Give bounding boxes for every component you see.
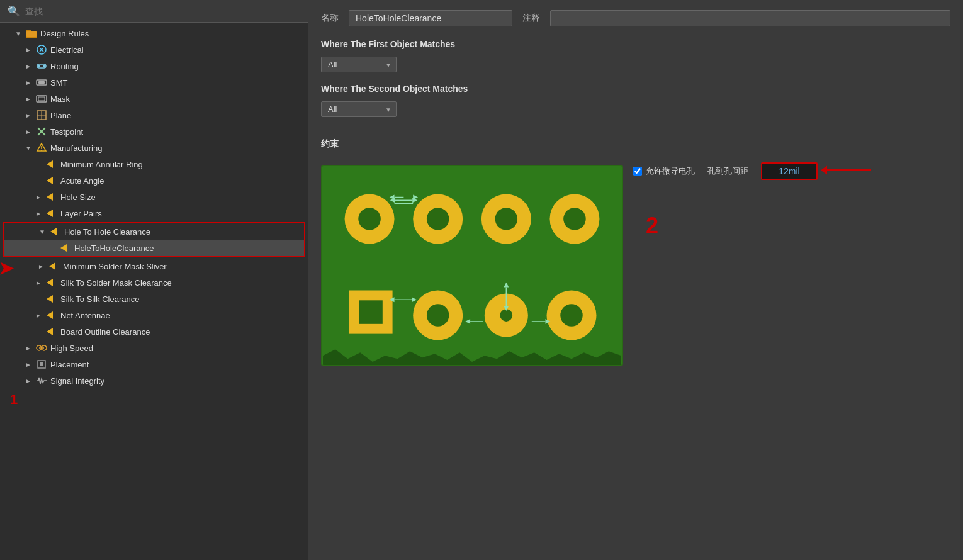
chevron-icon: ► [35, 194, 45, 201]
hole-to-hole-rule-label: HoleToHoleClearance [74, 244, 154, 253]
svg-marker-29 [47, 328, 53, 335]
mask-label: Mask [50, 94, 70, 104]
constraint-title: 约束 [321, 138, 950, 150]
svg-rect-10 [38, 97, 45, 101]
tree-item-acute-angle[interactable]: ► Acute Angle [0, 172, 308, 189]
min-solder-mask-label: Minimum Solder Mask Sliver [63, 262, 167, 271]
chevron-icon: ► [25, 96, 35, 103]
svg-rect-34 [40, 362, 43, 366]
svg-marker-23 [50, 228, 57, 235]
constraint-row: 允许微导电孔 孔到孔间距 [321, 160, 950, 366]
tree-item-min-annular[interactable]: ► Minimum Annular Ring [0, 156, 308, 172]
arrow-annotation-1: ➤ ► Minimum Solder Mask Sliver [0, 258, 308, 274]
placement-label: Placement [50, 360, 89, 369]
rule-icon [45, 174, 58, 187]
second-match-dropdown-container: All [321, 101, 950, 117]
annotation-1-number: 1 [10, 391, 18, 407]
rule-name-input[interactable] [349, 10, 512, 26]
testpoint-icon [35, 125, 48, 138]
first-match-section: Where The First Object Matches All [321, 39, 950, 72]
tree-item-testpoint[interactable]: ► Testpoint [0, 123, 308, 140]
second-match-select[interactable]: All [321, 101, 397, 117]
tree-item-signal-integrity[interactable]: ► Signal Integrity [0, 372, 308, 389]
clearance-label: 孔到孔间距 [707, 165, 748, 177]
mask-icon [35, 92, 48, 105]
tree-item-electrical[interactable]: ► Electrical [0, 42, 308, 58]
tree-item-layer-pairs[interactable]: ► Layer Pairs [0, 205, 308, 221]
tree-item-net-antennae[interactable]: ► Net Antennae [0, 307, 308, 323]
chevron-icon: ► [25, 47, 35, 53]
comment-label: 注释 [522, 13, 540, 24]
red-arrow-1-icon: ➤ [0, 258, 13, 279]
svg-point-40 [495, 208, 518, 230]
svg-point-42 [563, 208, 586, 230]
svg-rect-51 [359, 300, 383, 324]
rule-icon [59, 242, 72, 254]
tree-item-high-speed[interactable]: ► High Speed [0, 340, 308, 356]
smt-icon [35, 76, 48, 89]
svg-marker-25 [49, 262, 55, 270]
svg-marker-26 [47, 279, 53, 286]
tree-item-manufacturing[interactable]: ▼ Manufacturing [0, 140, 308, 156]
svg-point-53 [427, 304, 449, 327]
annotation-1-container: 1 [0, 389, 308, 410]
silk-to-solder-label: Silk To Solder Mask Clearance [60, 278, 172, 288]
svg-marker-69 [821, 166, 827, 175]
chevron-icon: ▼ [39, 228, 49, 235]
first-match-dropdown-container: All [321, 57, 950, 72]
chevron-icon: ► [25, 79, 35, 86]
hole-size-label: Hole Size [60, 193, 96, 202]
first-match-select[interactable]: All [321, 57, 397, 72]
signal-integrity-icon [35, 374, 48, 387]
chevron-icon: ► [25, 361, 35, 368]
placement-icon [35, 358, 48, 371]
tree-item-design-rules[interactable]: ▼ Design Rules [0, 25, 308, 42]
svg-point-38 [427, 208, 449, 230]
second-match-dropdown-wrapper: All [321, 101, 397, 117]
plane-label: Plane [50, 111, 71, 120]
clearance-value-input[interactable] [761, 162, 818, 180]
net-antennae-label: Net Antennae [60, 311, 110, 320]
tree-item-hole-to-hole-rule[interactable]: ► HoleToHoleClearance [4, 240, 304, 256]
tree-item-hole-size[interactable]: ► Hole Size [0, 189, 308, 205]
tree-item-placement[interactable]: ► Placement [0, 356, 308, 372]
svg-marker-21 [47, 193, 53, 201]
tree-item-plane[interactable]: ► Plane [0, 107, 308, 123]
rule-icon [48, 260, 60, 272]
annotation-2-container: 2 [633, 188, 818, 239]
silk-to-silk-label: Silk To Silk Clearance [60, 294, 139, 304]
pcb-diagram [322, 166, 622, 365]
chevron-icon: ► [35, 210, 45, 217]
rule-icon [45, 325, 58, 338]
search-bar: 🔍 [0, 0, 308, 23]
tree-item-routing[interactable]: ► Routing [0, 58, 308, 74]
tree-item-smt[interactable]: ► SMT [0, 74, 308, 91]
svg-marker-28 [47, 311, 53, 319]
tree-container: ▼ Design Rules ► [0, 23, 308, 560]
rule-header: 名称 注释 [321, 10, 950, 26]
allow-micro-checkbox[interactable] [633, 167, 642, 176]
search-icon: 🔍 [8, 5, 20, 17]
comment-input[interactable] [550, 10, 950, 26]
routing-label: Routing [50, 62, 79, 71]
tree-item-min-solder-mask[interactable]: ► Minimum Solder Mask Sliver [0, 258, 308, 274]
name-label: 名称 [321, 13, 339, 24]
svg-rect-2 [26, 31, 37, 37]
min-annular-label: Minimum Annular Ring [60, 160, 143, 169]
rule-icon [45, 191, 58, 203]
manufacturing-label: Manufacturing [50, 143, 102, 153]
svg-marker-62 [504, 283, 509, 288]
tree-item-silk-to-solder[interactable]: ► Silk To Solder Mask Clearance [0, 274, 308, 291]
red-box-group: ▼ Hole To Hole Clearance ► [3, 222, 305, 257]
svg-marker-20 [47, 177, 53, 184]
main-container: 🔍 ▼ Design Rules ► [0, 0, 963, 560]
tree-item-board-outline[interactable]: ► Board Outline Clearance [0, 323, 308, 340]
svg-marker-19 [47, 160, 53, 168]
tree-item-mask[interactable]: ► Mask [0, 91, 308, 107]
tree-item-hole-to-hole[interactable]: ▼ Hole To Hole Clearance [4, 223, 304, 240]
search-input[interactable] [25, 6, 300, 16]
second-match-section: Where The Second Object Matches All [321, 84, 950, 117]
red-arrow-2-container [821, 161, 871, 182]
tree-item-silk-to-silk[interactable]: ► Silk To Silk Clearance [0, 291, 308, 307]
rule-icon [45, 309, 58, 322]
